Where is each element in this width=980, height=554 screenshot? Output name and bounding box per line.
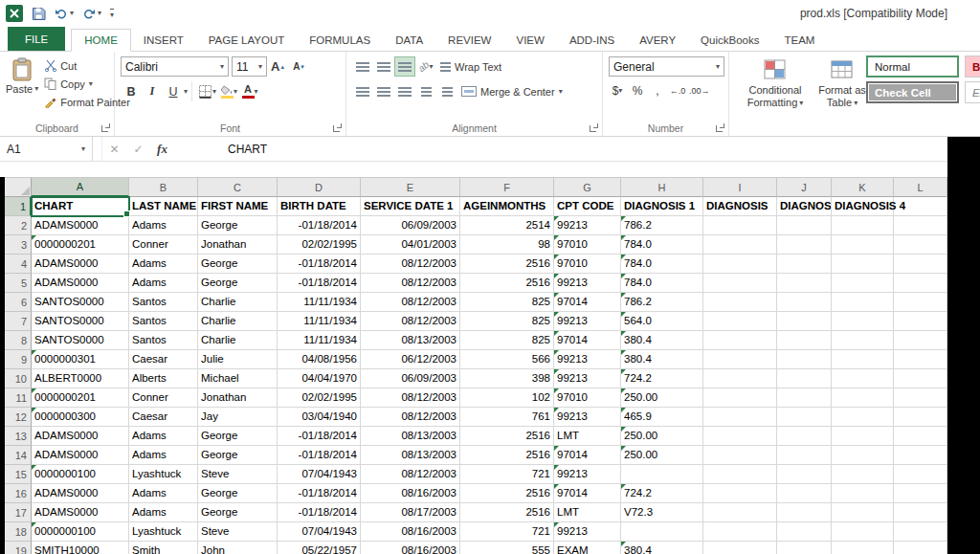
cell-G13[interactable]: LMT xyxy=(554,427,621,446)
cell-J5[interactable] xyxy=(777,274,832,293)
cell-C19[interactable]: John xyxy=(198,542,278,554)
cell-C14[interactable]: George xyxy=(198,446,278,465)
cell-A19[interactable]: SMITH10000 xyxy=(32,542,129,554)
cell-C10[interactable]: Michael xyxy=(198,369,278,388)
cell-J4[interactable] xyxy=(777,255,832,274)
cell-A14[interactable]: ADAMS0000 xyxy=(32,446,129,465)
customize-qat-button[interactable]: ▾ xyxy=(110,9,114,19)
cell-I7[interactable] xyxy=(703,312,777,331)
cell-J9[interactable] xyxy=(777,350,832,369)
top-align-button[interactable] xyxy=(352,56,373,77)
cell-B4[interactable]: Adams xyxy=(129,255,198,274)
cell-H4[interactable]: 784.0 xyxy=(621,255,703,274)
cell-F7[interactable]: 825 xyxy=(460,312,554,331)
formula-bar-grip[interactable] xyxy=(93,137,102,161)
cell-L19[interactable] xyxy=(894,542,947,554)
row-header-1[interactable]: 1 xyxy=(5,197,32,216)
row-header-18[interactable]: 18 xyxy=(5,522,32,542)
cell-K15[interactable] xyxy=(832,465,894,484)
cell-J2[interactable] xyxy=(777,216,832,235)
cell-J10[interactable] xyxy=(777,369,832,388)
cell-L9[interactable] xyxy=(894,350,947,369)
cell-D14[interactable]: -01/18/2014 xyxy=(278,446,361,465)
cell-E6[interactable]: 08/12/2003 xyxy=(361,293,460,312)
cell-F15[interactable]: 721 xyxy=(460,465,554,484)
cell-K17[interactable] xyxy=(832,503,894,522)
cell-C12[interactable]: Jay xyxy=(198,408,278,427)
cell-G2[interactable]: 99213 xyxy=(554,216,621,235)
row-header-19[interactable]: 19 xyxy=(5,542,32,554)
cell-I2[interactable] xyxy=(703,216,777,235)
cell-L3[interactable] xyxy=(894,235,947,255)
cell-I6[interactable] xyxy=(703,293,777,312)
tab-review[interactable]: REVIEW xyxy=(435,30,503,51)
cell-B16[interactable]: Adams xyxy=(129,484,198,503)
cell-F2[interactable]: 2514 xyxy=(460,216,554,235)
cell-C6[interactable]: Charlie xyxy=(198,293,278,312)
undo-button[interactable]: ▾ xyxy=(55,8,74,19)
cell-L13[interactable] xyxy=(894,427,947,446)
font-size-select[interactable]: 11 ▾ xyxy=(232,56,267,77)
cell-I13[interactable] xyxy=(703,427,777,446)
tab-avery[interactable]: AVERY xyxy=(627,30,688,51)
cell-D5[interactable]: -01/18/2014 xyxy=(278,274,361,293)
cell-D8[interactable]: 11/11/1934 xyxy=(278,331,361,350)
cell-K3[interactable] xyxy=(832,235,894,255)
cell-A16[interactable]: ADAMS0000 xyxy=(32,484,129,503)
row-header-12[interactable]: 12 xyxy=(5,408,32,427)
cell-L17[interactable] xyxy=(894,503,947,522)
cell-C3[interactable]: Jonathan xyxy=(198,235,278,255)
column-header-B[interactable]: B xyxy=(129,178,198,197)
cell-J7[interactable] xyxy=(777,312,832,331)
cell-L6[interactable] xyxy=(894,293,947,312)
cell-B15[interactable]: Lyashtuck xyxy=(129,465,198,484)
row-header-4[interactable]: 4 xyxy=(5,255,32,274)
cell-H1[interactable]: DIAGNOSIS 1 xyxy=(621,197,703,216)
cell-L5[interactable] xyxy=(894,274,947,293)
cell-F8[interactable]: 825 xyxy=(460,331,554,350)
cell-K1[interactable]: DIAGNOSIS 4 xyxy=(832,197,894,216)
cell-H18[interactable] xyxy=(621,522,703,542)
decrease-font-size-button[interactable]: A▾ xyxy=(288,56,309,77)
cell-B6[interactable]: Santos xyxy=(129,293,198,312)
cell-K11[interactable] xyxy=(832,388,894,408)
cell-H16[interactable]: 724.2 xyxy=(621,484,703,503)
column-header-H[interactable]: H xyxy=(621,178,703,197)
cell-L14[interactable] xyxy=(894,446,947,465)
cell-J17[interactable] xyxy=(777,503,832,522)
cell-J8[interactable] xyxy=(777,331,832,350)
cell-F11[interactable]: 102 xyxy=(460,388,554,408)
row-header-9[interactable]: 9 xyxy=(5,350,32,369)
cancel-icon[interactable]: ✕ xyxy=(102,143,126,156)
cell-K10[interactable] xyxy=(832,369,894,388)
cell-G9[interactable]: 99213 xyxy=(554,350,621,369)
cell-B12[interactable]: Caesar xyxy=(129,408,198,427)
cell-L7[interactable] xyxy=(894,312,947,331)
cell-A13[interactable]: ADAMS0000 xyxy=(32,427,129,446)
tab-quickbooks[interactable]: QuickBooks xyxy=(688,30,771,51)
dialog-launcher-icon[interactable] xyxy=(589,123,598,133)
cell-A3[interactable]: 0000000201 xyxy=(32,235,129,255)
cell-C9[interactable]: Julie xyxy=(198,350,278,369)
cell-C15[interactable]: Steve xyxy=(198,465,278,484)
cell-D18[interactable]: 07/04/1943 xyxy=(278,522,361,542)
cell-B1[interactable]: LAST NAME xyxy=(129,197,198,216)
cell-H10[interactable]: 724.2 xyxy=(621,369,703,388)
cell-G17[interactable]: LMT xyxy=(554,503,621,522)
cell-K12[interactable] xyxy=(832,408,894,427)
comma-style-button[interactable]: , xyxy=(649,81,666,100)
cell-F4[interactable]: 2516 xyxy=(460,255,554,274)
cell-L2[interactable] xyxy=(894,216,947,235)
cell-B14[interactable]: Adams xyxy=(129,446,198,465)
cell-D17[interactable]: -01/18/2014 xyxy=(278,503,361,522)
cell-style-explanatory[interactable]: Explanatory xyxy=(965,81,980,103)
cell-G19[interactable]: EXAM xyxy=(554,542,621,554)
cell-L10[interactable] xyxy=(894,369,947,388)
cell-L16[interactable] xyxy=(894,484,947,503)
cell-A18[interactable]: 0000000100 xyxy=(32,522,129,542)
bottom-align-button[interactable] xyxy=(394,56,415,77)
cell-K14[interactable] xyxy=(832,446,894,465)
redo-button[interactable]: ▾ xyxy=(82,8,101,19)
cell-E17[interactable]: 08/17/2003 xyxy=(361,503,460,522)
cell-A12[interactable]: 0000000300 xyxy=(32,408,129,427)
